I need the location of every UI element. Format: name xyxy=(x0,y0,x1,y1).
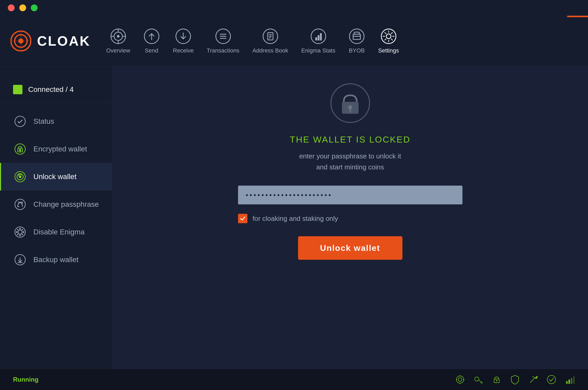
svg-point-33 xyxy=(386,34,391,39)
backup-wallet-icon xyxy=(14,254,26,266)
shield-status-icon xyxy=(510,374,520,385)
svg-point-73 xyxy=(547,375,556,384)
sidebar-menu: Status Encrypted wallet xyxy=(0,108,112,274)
svg-rect-27 xyxy=(318,35,319,40)
logo-area: CLOAK xyxy=(10,31,91,51)
svg-rect-26 xyxy=(315,37,317,40)
statusbar: Running xyxy=(0,369,588,390)
address-book-label: Address Book xyxy=(252,47,288,54)
settings-icon xyxy=(380,28,397,45)
svg-point-41 xyxy=(19,175,21,178)
running-status: Running xyxy=(13,376,38,383)
sidebar-item-change-passphrase[interactable]: Change passphrase xyxy=(0,191,112,218)
overview-label: Overview xyxy=(106,47,130,54)
connection-dot xyxy=(13,85,22,94)
close-button[interactable] xyxy=(8,4,15,11)
disable-enigma-label: Disable Enigma xyxy=(33,228,85,236)
settings-label: Settings xyxy=(378,47,399,54)
unlock-wallet-icon xyxy=(14,171,26,183)
wallet-locked-icon xyxy=(329,82,371,124)
nav-item-enigma-stats[interactable]: Enigma Stats xyxy=(301,28,335,54)
svg-point-51 xyxy=(22,229,23,231)
address-book-icon xyxy=(262,28,279,45)
checkbox-row: for cloaking and staking only xyxy=(238,214,462,223)
lock-icon-container xyxy=(329,82,371,124)
nav-item-receive[interactable]: Receive xyxy=(173,28,194,54)
sidebar-item-backup-wallet[interactable]: Backup wallet xyxy=(0,246,112,274)
svg-point-50 xyxy=(22,234,23,235)
svg-point-63 xyxy=(460,383,461,384)
svg-point-42 xyxy=(15,199,25,210)
send-icon xyxy=(143,28,160,45)
svg-rect-30 xyxy=(353,34,360,39)
minimize-button[interactable] xyxy=(19,4,26,11)
wallet-locked-title: THE WALLET IS LOCKED xyxy=(290,134,410,145)
byob-label: BYOB xyxy=(349,47,365,54)
svg-rect-77 xyxy=(573,376,575,384)
svg-point-44 xyxy=(18,230,22,234)
check-status-icon xyxy=(546,374,557,385)
svg-rect-75 xyxy=(568,380,570,384)
overview-icon xyxy=(110,28,127,45)
connection-status: Connected / 4 xyxy=(0,77,112,102)
backup-wallet-label: Backup wallet xyxy=(33,256,79,264)
nav-item-overview[interactable]: Overview xyxy=(106,28,130,54)
svg-rect-76 xyxy=(571,378,572,384)
svg-rect-74 xyxy=(566,381,568,384)
change-passphrase-label: Change passphrase xyxy=(33,200,99,209)
svg-point-60 xyxy=(456,376,464,383)
statusbar-icons xyxy=(455,374,575,385)
content-panel: THE WALLET IS LOCKED enter your passphra… xyxy=(112,67,588,369)
svg-point-36 xyxy=(19,149,21,151)
checkbox-label: for cloaking and staking only xyxy=(253,215,338,223)
status-icon xyxy=(14,115,26,127)
titlebar xyxy=(0,0,588,16)
svg-point-65 xyxy=(463,379,464,380)
byob-icon xyxy=(348,28,365,45)
svg-point-47 xyxy=(16,231,17,233)
sidebar-item-unlock-wallet[interactable]: Unlock wallet xyxy=(0,163,112,191)
nav-item-address-book[interactable]: Address Book xyxy=(252,28,288,54)
svg-point-71 xyxy=(496,380,497,381)
disable-enigma-icon xyxy=(14,226,26,238)
svg-point-46 xyxy=(19,235,21,236)
nav-item-send[interactable]: Send xyxy=(143,28,160,54)
cloak-logo-icon xyxy=(10,31,31,51)
svg-point-49 xyxy=(17,229,19,231)
checkbox-check-icon xyxy=(240,216,246,221)
pickaxe-status-icon xyxy=(528,374,538,385)
svg-rect-28 xyxy=(320,33,322,40)
svg-point-66 xyxy=(475,377,479,381)
topnav: CLOAK Overview Send xyxy=(0,16,588,67)
sidebar-item-disable-enigma[interactable]: Disable Enigma xyxy=(0,218,112,246)
nav-item-byob[interactable]: BYOB xyxy=(348,28,365,54)
transactions-icon xyxy=(215,28,231,45)
svg-point-64 xyxy=(456,379,457,380)
unlock-wallet-button[interactable]: Unlock wallet xyxy=(298,236,402,260)
connection-text: Connected / 4 xyxy=(28,85,74,94)
receive-label: Receive xyxy=(173,47,194,54)
sidebar-item-status[interactable]: Status xyxy=(0,108,112,135)
svg-point-48 xyxy=(23,231,24,233)
svg-line-72 xyxy=(530,378,535,383)
receive-icon xyxy=(175,28,192,45)
maximize-button[interactable] xyxy=(31,4,38,11)
nav-items: Overview Send Receive xyxy=(106,28,578,54)
svg-point-45 xyxy=(19,228,21,229)
unlock-wallet-label: Unlock wallet xyxy=(33,173,76,181)
sidebar: Connected / 4 Status xyxy=(0,67,112,369)
passphrase-input[interactable] xyxy=(238,186,462,204)
svg-point-61 xyxy=(458,378,462,381)
settings-indicator xyxy=(567,16,588,17)
svg-point-7 xyxy=(117,35,120,38)
cloaking-staking-checkbox[interactable] xyxy=(238,214,247,223)
nav-item-settings[interactable]: Settings xyxy=(378,28,399,54)
enigma-status-icon xyxy=(455,374,465,385)
wallet-locked-desc: enter your passphrase to unlock it and s… xyxy=(299,151,401,173)
svg-point-52 xyxy=(17,234,19,235)
sidebar-item-encrypted-wallet[interactable]: Encrypted wallet xyxy=(0,135,112,163)
svg-point-34 xyxy=(15,116,25,127)
nav-item-transactions[interactable]: Transactions xyxy=(207,28,239,54)
logo-text: CLOAK xyxy=(37,33,91,49)
key-status-icon xyxy=(473,374,484,385)
